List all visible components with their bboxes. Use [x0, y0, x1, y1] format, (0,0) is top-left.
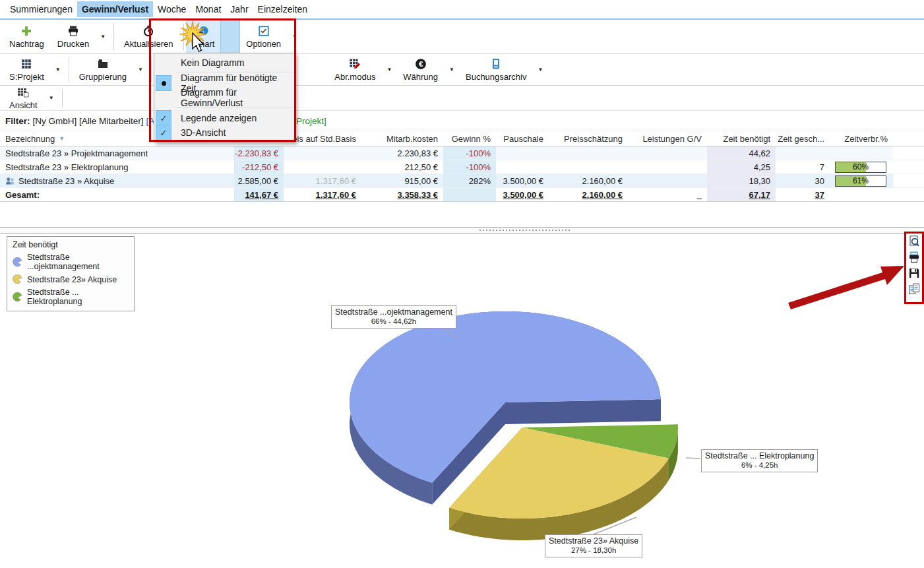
cell-preis	[549, 146, 628, 160]
legend-pie-swatch-icon	[13, 292, 22, 302]
print-icon[interactable]	[908, 251, 920, 263]
chart-dropdown-menu: Kein DiagrammDiagramm für benötigte Zeit…	[154, 53, 295, 142]
filter-company-employees[interactable]: [Ny GmbH] [Alle Mitarbeiter]	[33, 116, 144, 126]
chevron-down-icon[interactable]: ▼	[382, 54, 396, 85]
chevron-down-icon[interactable]: ▼	[533, 54, 547, 85]
column-header-zeit-benötigt[interactable]: Zeit benötigt	[707, 131, 776, 146]
menu-item-3d-ansicht[interactable]: ✓3D-Ansicht	[154, 125, 295, 140]
copy-icon[interactable]	[908, 283, 920, 295]
legend-item: Stedtstraße ... Elektroplanung	[13, 288, 129, 306]
cell-pauschale: 3.500,00 €	[496, 174, 549, 187]
splitter-handle[interactable]	[479, 230, 570, 231]
callout-title: Stedtstraße 23» Akquise	[549, 536, 638, 546]
menubar: SummierungenGewinn/VerlustWocheMonatJahr…	[0, 0, 924, 18]
aktualisieren-button[interactable]: Aktualisieren	[117, 20, 179, 53]
toolbar-button-label: Nachtrag	[9, 39, 44, 49]
chevron-down-icon[interactable]: ▼	[133, 54, 148, 85]
chart-button[interactable]: Chart	[187, 20, 222, 53]
callout-leader-line	[686, 458, 700, 458]
cell-kreis	[284, 146, 361, 160]
cell-preis	[549, 160, 628, 174]
toolbar-row-1: NachtragDrucken▼AktualisierenChartOption…	[0, 20, 924, 54]
cell-name: Gesamt:	[0, 188, 234, 201]
cell-bar: 61%	[830, 174, 893, 187]
chevron-down-icon[interactable]: ▼	[96, 20, 110, 53]
cell-mitarb: 3.358,33 €	[361, 188, 443, 201]
pie-icon	[198, 25, 210, 37]
cell-name: Stedtstraße 23 » Projektmanagement	[0, 146, 234, 160]
drucken-button[interactable]: Drucken	[51, 20, 96, 53]
menu-item-legende-anzeigen[interactable]: ✓Legende anzeigen	[154, 111, 295, 125]
toolbar-row-3: Ansicht▼	[0, 86, 924, 111]
gruppierung-button[interactable]: Gruppierung	[73, 54, 133, 85]
chevron-down-icon[interactable]: ▼	[288, 20, 302, 53]
save-icon[interactable]	[908, 267, 920, 279]
s-projekt-button[interactable]: S:Projekt	[3, 54, 51, 85]
cell-zeit_ben: 4,25	[707, 160, 776, 174]
column-header-mitarb-kosten[interactable]: Mitarb.kosten	[361, 131, 443, 146]
checkbox-icon	[258, 25, 270, 37]
buchungsarchiv-button[interactable]: Buchungsarchiv	[459, 54, 534, 85]
toolbar-button-label: S:Projekt	[9, 72, 44, 82]
filter-project-link[interactable]: Projekt]	[296, 116, 326, 126]
menu-tab-jahr[interactable]: Jahr	[226, 1, 253, 17]
grid-icon	[20, 58, 32, 70]
table-header-row: Bezeichnung▼G/VKreis auf Std.BasisMitarb…	[0, 131, 924, 146]
cell-bar	[830, 188, 893, 201]
chevron-down-icon[interactable]: ▼	[445, 54, 459, 85]
legend-title: Zeit benötigt	[13, 240, 129, 249]
table-row[interactable]: Stedtstraße 23 » Elektroplanung-212,50 €…	[0, 160, 924, 174]
sort-filter-icon[interactable]: ▼	[59, 135, 65, 142]
cell-gv: 2.585,00 €	[234, 174, 284, 187]
column-header-pauschale[interactable]: Pauschale	[496, 131, 549, 146]
toolbar-separator	[62, 89, 63, 107]
pie-slice-projektmanagement-cutface	[505, 399, 661, 424]
chevron-down-icon[interactable]: ▼	[51, 54, 65, 85]
printer-icon	[67, 25, 79, 37]
cell-name: Stedtstraße 23 » Akquise	[0, 174, 234, 187]
preview-icon[interactable]	[908, 236, 920, 247]
filter-label: Filter:	[5, 116, 30, 126]
column-header-leistungen-g-v[interactable]: Leistungen G/V	[628, 131, 707, 146]
menu-tab-einzelzeiten[interactable]: Einzelzeiten	[253, 1, 313, 17]
time-usage-progressbar: 60%	[835, 162, 886, 173]
optionen-button[interactable]: Optionen	[239, 20, 288, 53]
view-grid-icon	[17, 86, 29, 98]
legend-pie-swatch-icon	[13, 274, 22, 284]
menu-item-kein-diagramm[interactable]: Kein Diagramm	[154, 55, 295, 70]
cell-kreis	[284, 160, 361, 174]
chart-tools-panel	[908, 236, 921, 295]
splitter[interactable]	[0, 227, 924, 234]
toolbar-separator	[151, 57, 152, 82]
menu-tab-summierungen[interactable]: Summierungen	[5, 1, 77, 17]
cell-gv: -2.230,83 €	[234, 146, 284, 160]
callout-title: Stedtstraße ... Elektroplanung	[705, 451, 814, 461]
menu-tab-woche[interactable]: Woche	[153, 1, 191, 17]
cell-leist: _	[628, 188, 707, 201]
cell-preis: 2.160,00 €	[549, 188, 628, 201]
abr-modus-button[interactable]: Abr.modus	[328, 54, 382, 85]
cell-zeit_ben: 18,30	[707, 174, 776, 187]
chevron-down-icon[interactable]: ▼	[44, 86, 59, 110]
column-header-gewinn-%[interactable]: Gewinn %	[443, 131, 496, 146]
column-header-preissch-tzung[interactable]: Preisschätzung	[549, 131, 628, 146]
pie-callout-label: Stedtstraße ... Elektroplanung6% - 4,25h	[701, 449, 818, 472]
table-row[interactable]: Stedtstraße 23 » Projektmanagement-2.230…	[0, 146, 924, 160]
toolbar-button-label: Aktualisieren	[124, 39, 173, 49]
cell-mitarb: 2.230,83 €	[361, 146, 443, 160]
chart-dropdown-splitbutton[interactable]	[221, 20, 239, 53]
toolbar-separator	[69, 57, 69, 82]
menu-tab-monat[interactable]: Monat	[191, 1, 226, 17]
column-header-zeit-gesch-[interactable]: Zeit gesch...	[776, 131, 830, 146]
menu-item-diagramm-für-gewinn-verlust[interactable]: Diagramm für Gewinn/Verlust	[154, 90, 295, 105]
cell-zeit_ben: 44,62	[707, 146, 776, 160]
ansicht-button[interactable]: Ansicht	[3, 86, 44, 110]
table-total-row[interactable]: Gesamt:141,67 €1.317,60 €3.358,33 €3.500…	[0, 188, 924, 202]
w-hrung-button[interactable]: €Währung	[396, 54, 445, 85]
table-row[interactable]: Stedtstraße 23 » Akquise2.585,00 €1.317,…	[0, 174, 924, 188]
nachtrag-button[interactable]: Nachtrag	[3, 20, 51, 53]
cell-zeit_gesch: 37	[776, 188, 830, 201]
column-header-zeitverbr-%[interactable]: Zeitverbr.%	[830, 131, 893, 146]
toolbar-button-label: Währung	[403, 72, 438, 82]
menu-tab-gewinn-verlust[interactable]: Gewinn/Verlust	[77, 1, 153, 17]
